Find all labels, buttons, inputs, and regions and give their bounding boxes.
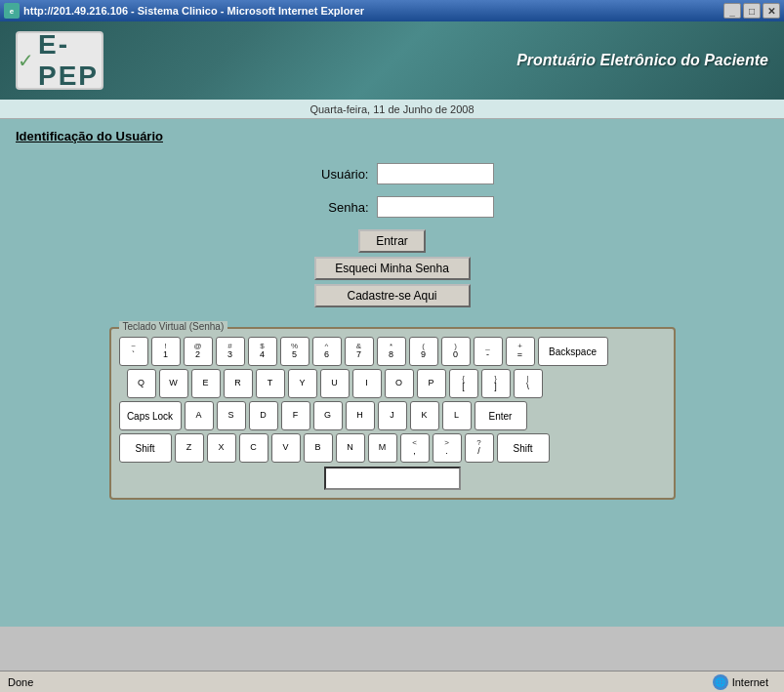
key-tilde[interactable]: ~`	[119, 337, 148, 366]
key-1[interactable]: !1	[151, 337, 181, 366]
key-d[interactable]: D	[249, 401, 278, 430]
close-button[interactable]: ✕	[763, 3, 780, 19]
page-title: Identificação do Usuário	[16, 129, 768, 143]
status-internet: 🌐 Internet	[713, 674, 776, 690]
maximize-button[interactable]: □	[743, 3, 761, 19]
internet-icon: 🌐	[713, 674, 728, 690]
key-m[interactable]: M	[368, 433, 397, 463]
kb-row-zxcv: Shift Z X C V B N M <, >. ?/ Shift	[119, 433, 666, 463]
date-bar: Quarta-feira, 11 de Junho de 2008	[0, 100, 784, 119]
titlebar-left: e http://201.49.216.106 - Sistema Clinic…	[4, 3, 364, 19]
key-backslash[interactable]: |\	[514, 369, 543, 398]
esqueci-button[interactable]: Esqueci Minha Senha	[314, 257, 471, 280]
kb-input-row	[119, 467, 666, 490]
login-form: Usuário: Senha: Entrar Esqueci Minha Sen…	[16, 163, 768, 311]
key-7[interactable]: &7	[345, 337, 374, 366]
keyboard-label: Teclado Virtual (Senha)	[119, 321, 228, 332]
key-r[interactable]: R	[224, 369, 253, 398]
internet-label: Internet	[732, 676, 768, 688]
key-q[interactable]: Q	[127, 369, 156, 398]
key-equals[interactable]: +=	[506, 337, 535, 366]
kb-row-numbers: ~` !1 @2 #3 $4 %5 ^6 &7 *8 (9 )0 _- += B…	[119, 337, 666, 366]
key-enter[interactable]: Enter	[475, 401, 527, 430]
key-x[interactable]: X	[207, 433, 236, 463]
senha-label: Senha:	[291, 200, 369, 215]
status-done: Done	[8, 676, 705, 688]
date-text: Quarta-feira, 11 de Junho de 2008	[309, 103, 474, 115]
main-content: Identificação do Usuário Usuário: Senha:…	[0, 119, 784, 627]
key-n[interactable]: N	[336, 433, 365, 463]
key-shift-left[interactable]: Shift	[119, 433, 172, 463]
key-k[interactable]: K	[410, 401, 439, 430]
kb-row-asdf: Caps Lock A S D F G H J K L Enter	[119, 401, 666, 430]
key-shift-right[interactable]: Shift	[497, 433, 550, 463]
key-e[interactable]: E	[191, 369, 221, 398]
key-o[interactable]: O	[385, 369, 414, 398]
cadastro-button[interactable]: Cadastre-se Aqui	[314, 284, 471, 307]
key-v[interactable]: V	[271, 433, 301, 463]
kb-row-qwerty: Q W E R T Y U I O P {[ }] |\	[119, 369, 666, 398]
key-slash[interactable]: ?/	[465, 433, 494, 463]
key-l[interactable]: L	[442, 401, 472, 430]
minimize-button[interactable]: _	[723, 3, 741, 19]
logo-area: ✓ E-PEP	[16, 31, 103, 90]
key-6[interactable]: ^6	[312, 337, 342, 366]
key-s[interactable]: S	[217, 401, 246, 430]
usuario-row: Usuário:	[291, 163, 494, 184]
key-minus[interactable]: _-	[474, 337, 503, 366]
statusbar: Done 🌐 Internet	[0, 671, 784, 692]
key-lbracket[interactable]: {[	[449, 369, 478, 398]
key-a[interactable]: A	[185, 401, 214, 430]
logo-box: ✓ E-PEP	[16, 31, 103, 90]
key-capslock[interactable]: Caps Lock	[119, 401, 182, 430]
key-w[interactable]: W	[159, 369, 188, 398]
header-subtitle: Prontuário Eletrônico do Paciente	[516, 52, 768, 69]
window-controls[interactable]: _ □ ✕	[723, 3, 780, 19]
entrar-button[interactable]: Entrar	[358, 229, 426, 253]
key-t[interactable]: T	[256, 369, 285, 398]
key-8[interactable]: *8	[377, 337, 406, 366]
key-b[interactable]: B	[304, 433, 333, 463]
usuario-label: Usuário:	[291, 167, 369, 182]
key-y[interactable]: Y	[288, 369, 317, 398]
key-j[interactable]: J	[378, 401, 407, 430]
key-c[interactable]: C	[239, 433, 268, 463]
check-icon: ✓	[18, 49, 34, 72]
usuario-input[interactable]	[377, 163, 494, 184]
key-f[interactable]: F	[281, 401, 310, 430]
senha-row: Senha:	[291, 196, 494, 218]
key-5[interactable]: %5	[280, 337, 309, 366]
key-p[interactable]: P	[417, 369, 446, 398]
titlebar: e http://201.49.216.106 - Sistema Clinic…	[0, 0, 784, 21]
key-rbracket[interactable]: }]	[481, 369, 511, 398]
browser-icon: e	[4, 3, 20, 19]
kb-display-input[interactable]	[324, 467, 461, 490]
key-z[interactable]: Z	[175, 433, 204, 463]
key-3[interactable]: #3	[216, 337, 245, 366]
header-banner: ✓ E-PEP Prontuário Eletrônico do Pacient…	[0, 21, 784, 100]
key-0[interactable]: )0	[441, 337, 471, 366]
key-u[interactable]: U	[320, 369, 350, 398]
key-h[interactable]: H	[346, 401, 375, 430]
key-backspace[interactable]: Backspace	[538, 337, 608, 366]
key-2[interactable]: @2	[184, 337, 213, 366]
key-g[interactable]: G	[313, 401, 343, 430]
virtual-keyboard: Teclado Virtual (Senha) ~` !1 @2 #3 $4 %…	[109, 327, 676, 500]
key-period[interactable]: >.	[433, 433, 462, 463]
logo-text: E-PEP	[38, 29, 102, 92]
key-9[interactable]: (9	[409, 337, 438, 366]
key-comma[interactable]: <,	[400, 433, 430, 463]
senha-input[interactable]	[377, 196, 494, 218]
window-title: http://201.49.216.106 - Sistema Clinico …	[23, 5, 364, 17]
key-i[interactable]: I	[352, 369, 382, 398]
key-4[interactable]: $4	[248, 337, 277, 366]
